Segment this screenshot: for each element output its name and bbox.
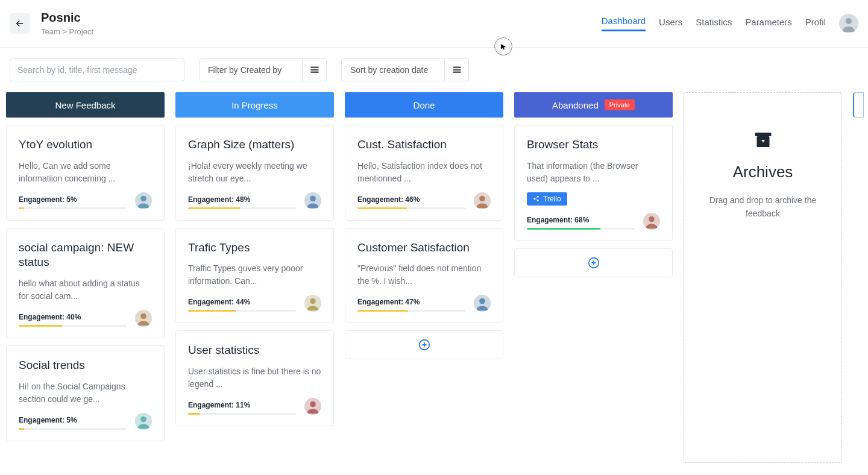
card-title: social campaign: NEW status [19, 241, 152, 270]
card-message: Hello, Can we add some informatiion conc… [19, 160, 152, 185]
card-avatar[interactable] [135, 310, 152, 327]
engagement-fill [357, 310, 408, 312]
card-footer: Engagement: 40% [19, 310, 152, 327]
card-message: Traffic Types guves very pooor informati… [188, 262, 321, 288]
engagement-fill [19, 325, 62, 327]
engagement-fill [19, 428, 24, 430]
archive-icon [752, 129, 774, 151]
engagement-meter: Engagement: 48% [188, 195, 296, 209]
feedback-card[interactable]: Social trendsHi! on the Social Campaigns… [6, 345, 165, 441]
feedback-card[interactable]: User statisticsUser statistics is fine b… [175, 330, 334, 426]
card-footer: Engagement: 48% [188, 192, 321, 209]
column-header-abandoned[interactable]: AbandonedPrivate [514, 92, 673, 118]
engagement-label: Engagement: 48% [188, 195, 296, 204]
svg-point-9 [140, 195, 146, 201]
card-title: Social trends [19, 358, 152, 373]
private-badge: Private [605, 99, 635, 110]
engagement-meter: Engagement: 40% [19, 313, 127, 327]
engagement-fill [19, 207, 24, 209]
engagement-bar [357, 207, 465, 209]
nav-statistics[interactable]: Statistics [696, 17, 732, 31]
nav-users[interactable]: Users [659, 17, 682, 31]
svg-rect-7 [453, 72, 461, 73]
engagement-meter: Engagement: 46% [357, 195, 465, 209]
engagement-bar [188, 207, 296, 209]
column-header-new_feedback[interactable]: New Feedback [6, 92, 165, 118]
card-message: Hi! on the Social Campaigns section coul… [19, 380, 152, 406]
engagement-meter: Engagement: 11% [188, 401, 296, 415]
card-avatar[interactable] [643, 213, 660, 230]
svg-rect-3 [311, 69, 318, 71]
kanban-board: New FeedbackYtoY evolutionHello, Can we … [0, 92, 868, 475]
card-message: Hello, Satisfaction index does not menti… [357, 160, 491, 185]
feedback-card[interactable]: Customer Satisfaction"Previous" field do… [345, 228, 503, 324]
topbar-nav: Dashboard Users Statistics Parameters Pr… [602, 14, 858, 33]
feedback-card[interactable]: social campaign: NEW statushello what ab… [6, 228, 165, 338]
engagement-label: Engagement: 40% [19, 313, 127, 321]
share-icon [533, 195, 539, 202]
trello-badge[interactable]: Trello [527, 192, 567, 206]
card-avatar[interactable] [135, 413, 152, 430]
sort-creation-date[interactable]: Sort by creation date [341, 58, 469, 81]
feedback-card[interactable]: Trafic TypesTraffic Types guves very poo… [175, 228, 334, 324]
engagement-label: Engagement: 47% [357, 298, 465, 306]
card-avatar[interactable] [304, 295, 321, 312]
feedback-card[interactable]: Cust. SatisfactionHello, Satisfaction in… [345, 125, 503, 221]
card-avatar[interactable] [474, 192, 491, 209]
plus-circle-icon [587, 256, 600, 269]
svg-rect-2 [311, 67, 318, 68]
project-title: Posnic [41, 11, 93, 25]
engagement-meter: Engagement: 5% [19, 195, 127, 209]
card-footer: Engagement: 44% [188, 295, 321, 312]
list-icon [310, 65, 319, 75]
card-title: Trafic Types [188, 241, 321, 256]
back-button[interactable] [10, 13, 30, 34]
svg-point-27 [537, 200, 539, 202]
engagement-label: Engagement: 5% [19, 195, 127, 204]
card-avatar[interactable] [304, 192, 321, 209]
column-header-done[interactable]: Done [345, 92, 503, 118]
card-title: User statistics [188, 343, 321, 358]
engagement-label: Engagement: 46% [357, 195, 465, 204]
search-input[interactable] [10, 58, 184, 81]
svg-point-19 [310, 401, 316, 407]
svg-point-29 [649, 216, 655, 222]
column-done: DoneCust. SatisfactionHello, Satisfactio… [345, 92, 503, 463]
engagement-bar [19, 325, 127, 327]
breadcrumb[interactable]: Team > Project [41, 27, 93, 36]
feedback-card[interactable]: YtoY evolutionHello, Can we add some inf… [6, 125, 165, 221]
svg-rect-5 [453, 67, 461, 68]
card-avatar[interactable] [135, 192, 152, 209]
nav-profil[interactable]: Profil [805, 17, 826, 31]
svg-point-25 [537, 196, 539, 198]
column-title: New Feedback [55, 100, 115, 110]
next-column-peek[interactable] [853, 92, 864, 118]
nav-dashboard[interactable]: Dashboard [602, 16, 646, 31]
engagement-label: Engagement: 44% [188, 298, 296, 306]
card-message: "Previous" field does not mention the %.… [357, 262, 491, 288]
filter-menu-button[interactable] [302, 59, 326, 81]
nav-parameters[interactable]: Parameters [745, 17, 792, 31]
engagement-fill [527, 228, 600, 230]
filter-created-by[interactable]: Filter by Created by [199, 58, 327, 81]
arrow-left-icon [14, 18, 25, 29]
engagement-fill [188, 413, 200, 415]
profile-avatar[interactable] [839, 14, 858, 33]
card-title: Browser Stats [527, 137, 660, 153]
engagement-bar [19, 207, 127, 209]
svg-point-17 [310, 298, 316, 304]
add-card-button[interactable] [514, 248, 673, 277]
topbar: Posnic Team > Project Dashboard Users St… [0, 0, 868, 48]
card-footer: Engagement: 46% [357, 192, 491, 209]
archives-dropzone[interactable]: Archives Drag and drop to archive the fe… [684, 92, 842, 463]
sort-menu-button[interactable] [444, 59, 468, 81]
feedback-card[interactable]: Graph Size (matters)¡Hola! every weekly … [175, 125, 334, 221]
column-title: Done [414, 100, 435, 110]
add-card-button[interactable] [345, 330, 503, 359]
column-header-in_progress[interactable]: In Progress [175, 92, 334, 118]
feedback-card[interactable]: Browser StatsThat information (the Brows… [514, 125, 673, 241]
engagement-fill [188, 207, 240, 209]
engagement-label: Engagement: 11% [188, 401, 296, 409]
card-avatar[interactable] [474, 295, 491, 312]
card-avatar[interactable] [304, 398, 321, 415]
